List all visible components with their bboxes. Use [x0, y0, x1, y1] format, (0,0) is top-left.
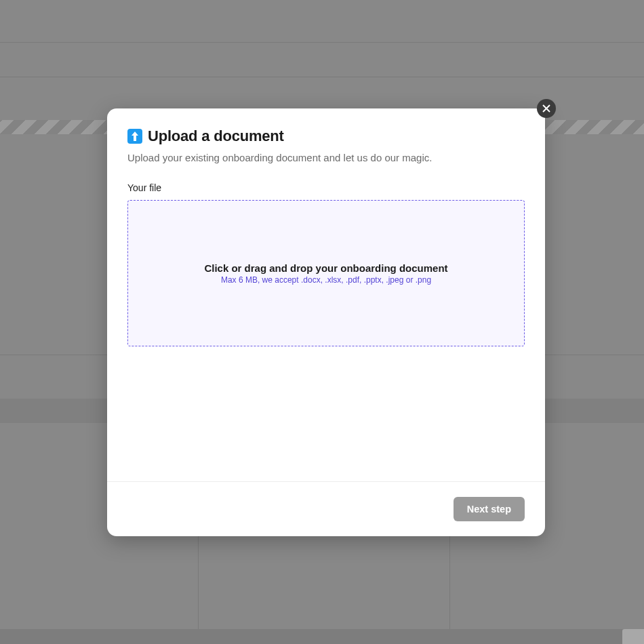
- upload-document-modal: Upload a document Upload your existing o…: [107, 108, 545, 536]
- modal-title-row: Upload a document: [127, 127, 525, 145]
- dropzone-instruction: Click or drag and drop your onboarding d…: [204, 262, 447, 274]
- file-field-label: Your file: [127, 182, 525, 193]
- modal-subtitle: Upload your existing onboarding document…: [127, 150, 525, 165]
- modal-body: Upload a document Upload your existing o…: [107, 108, 545, 481]
- file-dropzone[interactable]: Click or drag and drop your onboarding d…: [127, 200, 525, 346]
- dropzone-hint: Max 6 MB, we accept .docx, .xlsx, .pdf, …: [221, 275, 431, 285]
- close-icon: [542, 104, 550, 113]
- modal-footer: Next step: [107, 481, 545, 536]
- close-button[interactable]: [537, 99, 556, 118]
- modal-title: Upload a document: [148, 127, 284, 145]
- upload-arrow-icon: [127, 129, 142, 144]
- next-step-button[interactable]: Next step: [454, 497, 525, 521]
